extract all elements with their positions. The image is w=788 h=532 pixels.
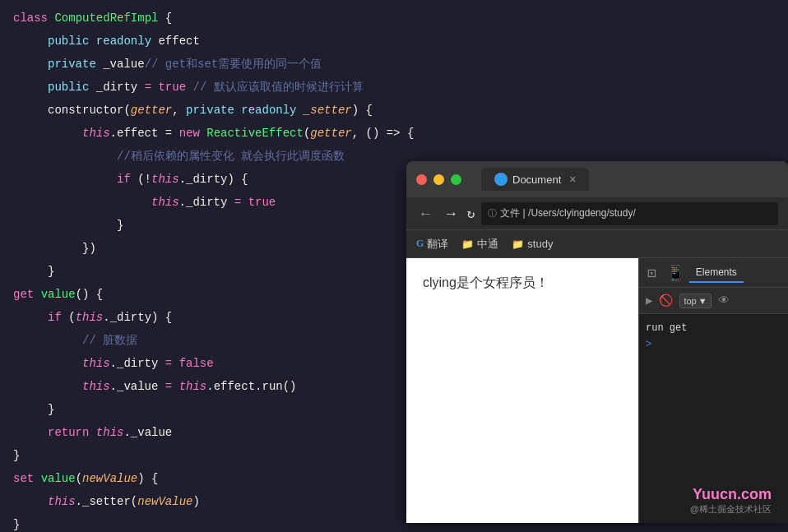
bookmark-study-label: study <box>527 238 553 250</box>
code-token: return <box>48 421 89 444</box>
tab-favicon: 🌐 <box>494 173 508 186</box>
code-token: readonly <box>241 99 296 122</box>
code-token: _dirty <box>117 352 158 375</box>
devtools-play-icon[interactable]: ▶ <box>646 294 652 308</box>
code-token: // get和set需要使用的同一个值 <box>145 53 322 76</box>
code-line: private _value// get和set需要使用的同一个值 <box>0 53 788 76</box>
code-token: ) { <box>137 467 158 490</box>
close-button[interactable] <box>416 174 427 185</box>
devtools-tab-elements[interactable]: Elements <box>689 263 744 283</box>
code-token: this <box>82 375 110 398</box>
address-text: 文件 | /Users/clyingdeng/study/ <box>500 206 636 220</box>
minimize-button[interactable] <box>433 174 444 185</box>
lock-icon: ⓘ <box>488 207 497 220</box>
bookmarks-bar: G 翻译 📁 中通 📁 study <box>406 230 788 258</box>
code-token: private <box>186 99 234 122</box>
code-token: = <box>137 76 158 99</box>
code-token: this <box>48 490 76 513</box>
code-token: ReactiveEffect <box>206 122 304 145</box>
code-token: if <box>117 168 131 191</box>
code-token: this <box>151 168 179 191</box>
code-token <box>34 467 40 490</box>
maximize-button[interactable] <box>451 174 461 185</box>
code-token: ( <box>131 490 137 513</box>
code-token: getter <box>131 99 172 122</box>
code-token: _setter <box>304 99 352 122</box>
code-token: value <box>41 283 76 306</box>
code-token: get <box>13 283 34 306</box>
browser-page: clying是个女程序员！ <box>406 258 638 523</box>
devtools-block-icon[interactable]: 🚫 <box>659 294 673 308</box>
code-line: class ComputedRefImpl { <box>0 7 788 30</box>
code-token: class <box>13 7 54 30</box>
code-token: } <box>48 398 54 421</box>
code-line: this.effect = new ReactiveEffect(getter,… <box>0 122 788 145</box>
tab-title: Document <box>512 173 561 186</box>
code-token: ) { <box>352 99 373 122</box>
code-token: this <box>76 306 104 329</box>
folder-icon-1: 📁 <box>461 238 474 250</box>
code-token: ) <box>192 490 199 513</box>
code-token: false <box>179 352 214 375</box>
code-token: _dirty <box>96 76 137 99</box>
code-token: //稍后依赖的属性变化 就会执行此调度函数 <box>117 145 345 168</box>
devtools-toolbar: ▶ 🚫 top ▼ 👁 <box>639 288 788 314</box>
devtools-tabs: ⊡ 📱 Elements <box>639 258 788 288</box>
code-token: ( <box>304 122 310 145</box>
code-token <box>96 53 103 76</box>
code-token: _value <box>117 375 158 398</box>
code-token: . <box>110 352 117 375</box>
address-bar[interactable]: ⓘ 文件 | /Users/clyingdeng/study/ <box>481 202 778 225</box>
browser-body: clying是个女程序员！ ⊡ 📱 Elements ▶ 🚫 top ▼ 👁 <box>406 258 788 523</box>
console-input[interactable] <box>655 339 781 350</box>
code-token: this <box>82 122 110 145</box>
code-token: ) { <box>227 168 248 191</box>
browser-tab[interactable]: 🌐 Document × <box>481 168 589 191</box>
folder-icon-2: 📁 <box>512 238 524 250</box>
code-token: . <box>123 421 130 444</box>
devtools-inspector-icon[interactable]: ⊡ <box>642 262 661 284</box>
context-label: top <box>684 296 696 306</box>
code-token: // 脏数据 <box>82 329 137 352</box>
code-token: _value <box>131 421 172 444</box>
code-token: public <box>48 76 89 99</box>
bookmark-translate[interactable]: G 翻译 <box>416 237 448 252</box>
refresh-button[interactable]: ↻ <box>467 206 475 222</box>
code-token: true <box>248 191 276 214</box>
code-token: . <box>76 490 82 513</box>
code-token: { <box>158 7 172 30</box>
code-token: (! <box>131 168 151 191</box>
code-token: newValue <box>82 467 137 490</box>
back-button[interactable]: ← <box>416 204 435 224</box>
code-token: }) <box>82 237 96 260</box>
browser-toolbar: ← → ↻ ⓘ 文件 | /Users/clyingdeng/study/ <box>406 197 788 230</box>
context-select[interactable]: top ▼ <box>679 294 711 308</box>
code-token: = <box>158 352 178 375</box>
code-token: _value <box>103 53 144 76</box>
code-token: newValue <box>137 490 192 513</box>
code-token: . <box>179 168 186 191</box>
bookmark-zhongtong[interactable]: 📁 中通 <box>461 237 498 252</box>
browser-window: 🌐 Document × ← → ↻ ⓘ 文件 | /Users/clyingd… <box>406 161 788 523</box>
code-token: } <box>48 260 54 283</box>
console-prompt-arrow: > <box>646 339 651 350</box>
console-output-run-get: run get <box>646 321 781 335</box>
code-token: public <box>48 30 89 53</box>
forward-button[interactable]: → <box>442 204 461 224</box>
code-token: value <box>41 467 76 490</box>
watermark-sub: @稀土掘金技术社区 <box>690 503 772 516</box>
code-token: .effect = <box>110 122 179 145</box>
translate-icon: G <box>416 238 424 250</box>
tab-close-button[interactable]: × <box>569 173 576 186</box>
code-token: if <box>48 306 62 329</box>
console-prompt-line[interactable]: > <box>646 335 781 354</box>
code-token: () { <box>76 283 104 306</box>
devtools-device-icon[interactable]: 📱 <box>661 262 689 284</box>
code-token: } <box>117 214 123 237</box>
bookmark-study[interactable]: 📁 study <box>512 238 553 250</box>
devtools-eye-icon[interactable]: 👁 <box>718 294 730 308</box>
code-token <box>89 30 95 53</box>
code-token: _dirty <box>186 191 227 214</box>
code-token: _setter <box>82 490 131 513</box>
code-token: _dirty <box>186 168 227 191</box>
